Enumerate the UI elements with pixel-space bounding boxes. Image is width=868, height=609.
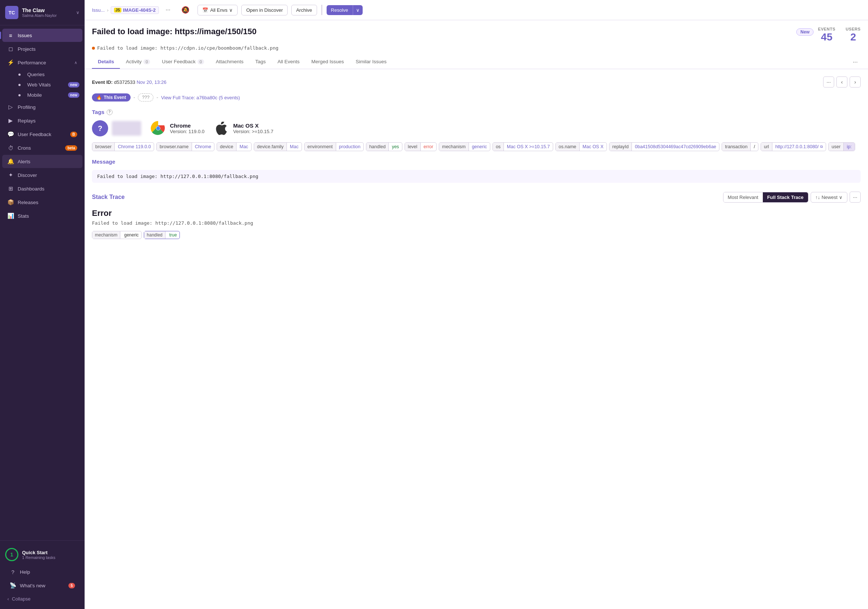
- sidebar-item-discover[interactable]: ✦ Discover: [2, 169, 82, 182]
- sidebar-item-projects[interactable]: ◻ Projects: [2, 42, 82, 56]
- status-badge: New: [796, 28, 814, 36]
- quick-start-sub: 1 Remaining tasks: [22, 555, 56, 560]
- alerts-icon: 🔔: [7, 158, 14, 165]
- tags-list: browser Chrome 119.0.0 browser.name Chro…: [92, 142, 861, 151]
- resolve-button[interactable]: Resolve: [327, 5, 353, 15]
- tab-merged-issues[interactable]: Merged Issues: [305, 55, 350, 69]
- sidebar-item-profiling[interactable]: ▷ Profiling: [2, 101, 82, 114]
- most-relevant-button[interactable]: Most Relevant: [724, 192, 763, 202]
- dot-icon: [19, 84, 20, 86]
- event-more-button[interactable]: ···: [823, 76, 834, 88]
- env-label: All Envs: [210, 7, 227, 13]
- tag-mechanism: mechanism generic: [439, 142, 490, 151]
- tag-value[interactable]: Chrome: [192, 143, 214, 151]
- tab-details[interactable]: Details: [92, 55, 120, 69]
- tag-key: transaction: [722, 143, 751, 151]
- sidebar-item-whats-new[interactable]: 📡 What's new 5: [5, 579, 80, 592]
- org-avatar: TC: [5, 6, 19, 19]
- tabs-more-button[interactable]: ···: [850, 57, 861, 67]
- quick-start-label: Quick Start: [22, 550, 56, 555]
- content-area: Event ID: d5372533 Nov 20, 13:26 ··· ‹ ›…: [85, 69, 868, 609]
- full-stack-trace-button[interactable]: Full Stack Trace: [763, 192, 808, 202]
- tags-help-icon[interactable]: ?: [107, 109, 113, 115]
- tag-user-item: ?: [92, 120, 141, 136]
- sidebar-item-mobile[interactable]: Mobile new: [14, 90, 82, 100]
- tag-value[interactable]: 0ba41508d5304469ac47cd26909eb6ae: [632, 143, 719, 151]
- tag-url: url http://127.0.0.1:8080/ ⧉: [761, 142, 826, 151]
- org-name: The Claw: [22, 7, 57, 13]
- next-event-button[interactable]: ›: [849, 76, 861, 88]
- stack-more-button[interactable]: ···: [849, 192, 861, 203]
- event-navigation: ··· ‹ ›: [823, 76, 861, 88]
- browser-name: Chrome: [170, 122, 205, 129]
- sidebar-item-alerts[interactable]: 🔔 Alerts: [2, 155, 82, 168]
- topbar-more-button[interactable]: ···: [163, 5, 173, 15]
- view-full-trace-link[interactable]: View Full Trace: a76ba80c (5 events): [161, 95, 240, 101]
- archive-button[interactable]: Archive: [291, 5, 317, 15]
- sidebar-item-dashboards[interactable]: ⊞ Dashboards: [2, 182, 82, 195]
- tag-os-item: Mac OS X Version: >=10.15.7: [213, 120, 273, 136]
- tab-activity-count: 0: [143, 59, 150, 64]
- sidebar-item-user-feedback[interactable]: 💬 User Feedback B: [2, 128, 82, 141]
- tags-label: Tags: [92, 109, 104, 115]
- sidebar-item-replays[interactable]: ▶ Replays: [2, 114, 82, 127]
- tag-value[interactable]: production: [336, 143, 363, 151]
- tag-icons-row: ? Chrom: [92, 120, 861, 136]
- tag-value[interactable]: /: [751, 143, 758, 151]
- tag-value[interactable]: ip:: [844, 143, 854, 151]
- divider: [321, 5, 322, 15]
- prev-event-button[interactable]: ‹: [836, 76, 848, 88]
- issue-subtitle-text: Failed to load image: https://cdpn.io/cp…: [97, 45, 278, 51]
- sidebar-item-label: Help: [20, 569, 75, 575]
- tab-tags[interactable]: Tags: [250, 55, 272, 69]
- open-in-discover-button[interactable]: Open in Discover: [241, 5, 288, 15]
- tag-value[interactable]: error: [421, 143, 436, 151]
- tag-value[interactable]: Chrome 119.0.0: [115, 143, 154, 151]
- sidebar-item-performance[interactable]: ⚡ Performance ∧: [2, 56, 82, 69]
- tab-similar-issues[interactable]: Similar Issues: [350, 55, 392, 69]
- env-selector[interactable]: 📅 All Envs ∨: [197, 5, 237, 15]
- quick-start-widget[interactable]: 1 Quick Start 1 Remaining tasks: [2, 544, 82, 565]
- tag-value[interactable]: Mac OS X >=10.15.7: [504, 143, 553, 151]
- tag-value[interactable]: Mac: [237, 143, 251, 151]
- tag-value[interactable]: http://127.0.0.1:8080/ ⧉: [772, 143, 826, 151]
- stack-trace-section: Stack Trace Most Relevant Full Stack Tra…: [92, 192, 861, 239]
- tag-value[interactable]: yes: [389, 143, 401, 151]
- resolve-dropdown-button[interactable]: ∨: [353, 5, 363, 15]
- sidebar-item-crons[interactable]: ⏱ Crons beta: [2, 141, 82, 155]
- sidebar-item-label: Releases: [18, 200, 77, 205]
- sort-button[interactable]: ↑↓ Newest ∨: [811, 192, 848, 203]
- users-label: USERS: [846, 27, 861, 31]
- tab-user-feedback[interactable]: User Feedback 0: [156, 55, 210, 69]
- projects-icon: ◻: [7, 46, 14, 52]
- tab-attachments[interactable]: Attachments: [210, 55, 250, 69]
- sidebar-item-queries[interactable]: Queries: [14, 70, 82, 79]
- tag-value[interactable]: Mac OS X: [580, 143, 606, 151]
- issue-stats: EVENTS 45 USERS 2: [818, 27, 861, 43]
- sidebar-item-issues[interactable]: ≡ Issues: [2, 29, 82, 42]
- message-content: Failed to load image: http://127.0.0.1:8…: [92, 170, 861, 183]
- stack-trace-actions: Most Relevant Full Stack Trace ↑↓ Newest…: [723, 192, 861, 203]
- collapse-button[interactable]: ‹ Collapse: [2, 592, 82, 605]
- tag-key: browser.name: [157, 143, 192, 151]
- sidebar-item-releases[interactable]: 📦 Releases: [2, 196, 82, 209]
- message-title: Message: [92, 158, 861, 165]
- stack-tag-mechanism: mechanism generic: [92, 231, 142, 239]
- tab-all-events[interactable]: All Events: [271, 55, 305, 69]
- sort-label: Newest: [822, 195, 837, 200]
- chevron-left-icon: ‹: [7, 596, 9, 602]
- stack-tags-row: mechanism generic handled true: [92, 231, 861, 239]
- sidebar-item-label: Alerts: [18, 159, 77, 164]
- breadcrumb-issues[interactable]: Issu...: [92, 7, 105, 13]
- sidebar-item-web-vitals[interactable]: Web Vitals new: [14, 80, 82, 90]
- event-date[interactable]: Nov 20, 13:26: [136, 79, 166, 85]
- tag-value[interactable]: generic: [469, 143, 490, 151]
- notifications-button[interactable]: 🔕: [177, 4, 194, 16]
- sidebar-item-label: Queries: [27, 72, 79, 77]
- breadcrumb-separator: ›: [107, 7, 108, 13]
- tab-activity[interactable]: Activity 0: [120, 55, 156, 69]
- org-switcher[interactable]: TC The Claw Salma Alam-Naylor ∨: [0, 0, 85, 25]
- sidebar-item-help[interactable]: ? Help: [5, 565, 80, 578]
- tag-value[interactable]: Mac: [287, 143, 302, 151]
- sidebar-item-stats[interactable]: 📊 Stats: [2, 209, 82, 223]
